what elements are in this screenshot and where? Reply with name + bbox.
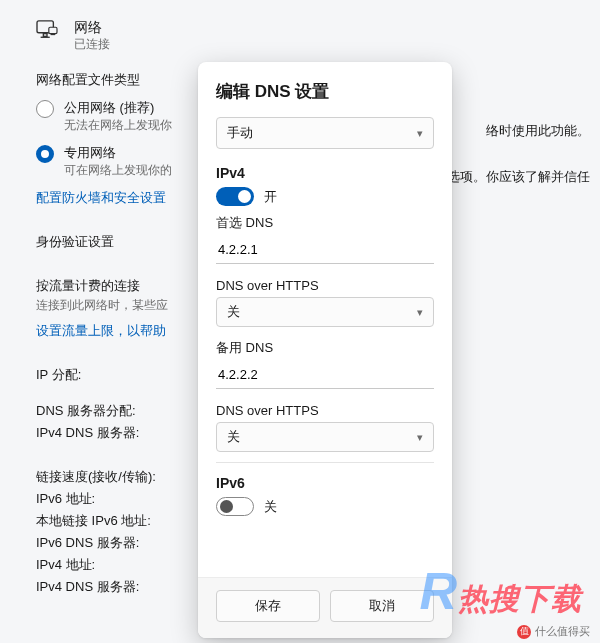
divider <box>216 462 434 463</box>
preferred-dns-input[interactable] <box>216 236 434 264</box>
select-value: 关 <box>227 428 240 446</box>
network-icon <box>36 20 58 40</box>
dialog-title: 编辑 DNS 设置 <box>216 80 434 103</box>
dialog-footer: 保存 取消 <box>198 577 452 638</box>
alt-dns-label: 备用 DNS <box>216 339 434 357</box>
radio-label: 公用网络 (推荐) <box>64 99 172 117</box>
svg-rect-3 <box>49 27 57 33</box>
page-subtitle: 已连接 <box>74 36 110 53</box>
preferred-doh-select[interactable]: 关 ▾ <box>216 297 434 327</box>
cancel-button[interactable]: 取消 <box>330 590 434 622</box>
toggle-state-label: 开 <box>264 188 277 206</box>
save-button[interactable]: 保存 <box>216 590 320 622</box>
alt-doh-select[interactable]: 关 ▾ <box>216 422 434 452</box>
dns-mode-select[interactable]: 手动 ▾ <box>216 117 434 149</box>
dns-settings-dialog: 编辑 DNS 设置 手动 ▾ IPv4 开 首选 DNS DNS over HT… <box>198 62 452 638</box>
toggle-state-label: 关 <box>264 498 277 516</box>
radio-desc: 无法在网络上发现你 <box>64 117 172 134</box>
select-value: 关 <box>227 303 240 321</box>
alt-doh-label: DNS over HTTPS <box>216 403 434 418</box>
alt-dns-input[interactable] <box>216 361 434 389</box>
chevron-down-icon: ▾ <box>417 431 423 444</box>
ipv6-toggle[interactable] <box>216 497 254 516</box>
ipv6-heading: IPv6 <box>216 475 434 491</box>
radio-icon <box>36 100 54 118</box>
svg-rect-1 <box>43 34 47 37</box>
page-header: 网络 已连接 <box>36 18 564 53</box>
select-value: 手动 <box>227 124 253 142</box>
radio-desc: 可在网络上发现你的 <box>64 162 172 179</box>
chevron-down-icon: ▾ <box>417 127 423 140</box>
chevron-down-icon: ▾ <box>417 306 423 319</box>
ipv4-heading: IPv4 <box>216 165 434 181</box>
radio-label: 专用网络 <box>64 144 172 162</box>
preferred-dns-label: 首选 DNS <box>216 214 434 232</box>
overflow-text: 络时使用此功能。 <box>486 122 590 140</box>
doh-label: DNS over HTTPS <box>216 278 434 293</box>
radio-icon <box>36 145 54 163</box>
ipv4-toggle[interactable] <box>216 187 254 206</box>
page-title: 网络 <box>74 18 110 36</box>
